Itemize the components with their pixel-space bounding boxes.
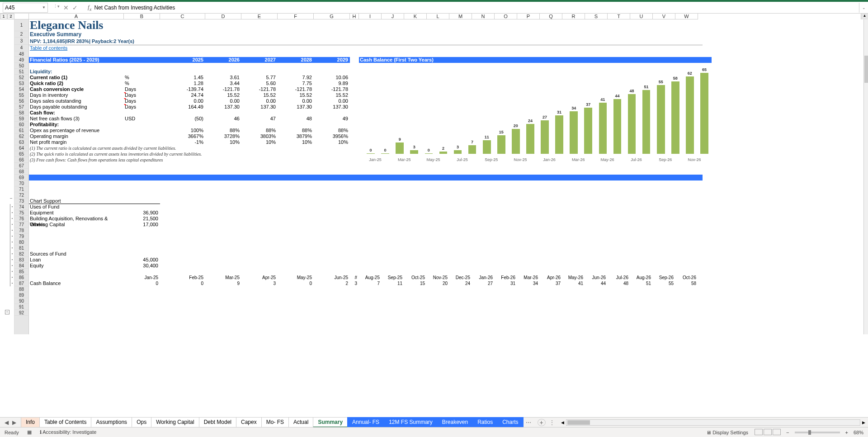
vertical-scrollbar[interactable] <box>863 19 868 334</box>
zoom-out-icon[interactable]: − <box>786 430 789 435</box>
outline-gutter[interactable]: − <box>0 19 14 334</box>
row-header[interactable]: 63 <box>14 139 28 145</box>
col-header[interactable]: P <box>517 14 540 19</box>
row-header[interactable]: 49 <box>14 57 28 63</box>
tab-prev-icon[interactable]: ◀ <box>5 419 9 426</box>
tab-capex[interactable]: Capex <box>236 417 262 428</box>
col-header[interactable]: R <box>562 14 585 19</box>
new-sheet-button[interactable]: + <box>538 419 546 426</box>
row-header[interactable]: 77 <box>14 222 28 228</box>
tab-next-icon[interactable]: ▶ <box>12 419 16 426</box>
row-header[interactable]: 85 <box>14 269 28 275</box>
col-header[interactable]: M <box>449 14 472 19</box>
col-header[interactable]: S <box>585 14 608 19</box>
hscroll-thumb[interactable] <box>567 420 590 425</box>
col-header[interactable]: V <box>653 14 675 19</box>
zoom-slider[interactable] <box>795 432 840 433</box>
row-header[interactable]: 73 <box>14 198 28 204</box>
tab-table-of-contents[interactable]: Table of Contents <box>39 417 91 428</box>
row-header[interactable]: 52 <box>14 75 28 81</box>
outline-controls[interactable]: 1 2 <box>0 14 14 19</box>
row-header[interactable]: 48 <box>14 51 28 57</box>
row-header[interactable]: 78 <box>14 228 28 233</box>
outline-level-1[interactable]: 1 <box>0 14 7 19</box>
col-header[interactable]: N <box>472 14 495 19</box>
row-header[interactable]: 76 <box>14 216 28 222</box>
row-header[interactable]: 58 <box>14 110 28 116</box>
col-header[interactable]: L <box>427 14 449 19</box>
col-header[interactable]: C <box>160 14 205 19</box>
col-header[interactable]: E <box>241 14 278 19</box>
row-header[interactable]: 84 <box>14 263 28 269</box>
cells-area[interactable]: Elegance NailsExecutive SummaryNPV: 1,18… <box>29 19 868 334</box>
row-header[interactable]: 4 <box>14 45 28 51</box>
row-header[interactable]: 64 <box>14 145 28 151</box>
tab-annual-fs[interactable]: Annual- FS <box>347 417 384 428</box>
row-header[interactable]: 67 <box>14 163 28 169</box>
dropdown-icon[interactable]: ⋮▾ <box>53 4 60 11</box>
row-header[interactable]: 90 <box>14 298 28 304</box>
row-header[interactable]: 2 <box>14 31 28 38</box>
tab-ops[interactable]: Ops <box>132 417 151 428</box>
row-header[interactable]: 66 <box>14 157 28 163</box>
tab-charts[interactable]: Charts <box>497 417 523 428</box>
col-header[interactable]: Q <box>540 14 562 19</box>
row-header[interactable]: 55 <box>14 92 28 98</box>
row-header[interactable]: 79 <box>14 233 28 239</box>
col-header[interactable]: I <box>359 14 382 19</box>
cancel-icon[interactable]: ✕ <box>63 4 69 11</box>
col-header[interactable]: K <box>404 14 427 19</box>
row-header[interactable]: 83 <box>14 257 28 263</box>
row-header[interactable]: 65 <box>14 151 28 157</box>
col-header[interactable]: W <box>675 14 698 19</box>
col-header[interactable]: U <box>630 14 653 19</box>
outline-level-2[interactable]: 2 <box>7 14 14 19</box>
row-header[interactable]: 86 <box>14 275 28 280</box>
row-header[interactable]: 50 <box>14 63 28 69</box>
row-header[interactable]: 72 <box>14 192 28 198</box>
row-header[interactable]: 74 <box>14 204 28 210</box>
enter-icon[interactable]: ✓ <box>72 4 78 11</box>
tab-actual[interactable]: Actual <box>288 417 313 428</box>
tab-summary[interactable]: Summary <box>313 417 348 428</box>
row-header[interactable]: 53 <box>14 81 28 86</box>
scroll-right-icon[interactable]: ▶ <box>862 420 865 425</box>
col-header[interactable]: G <box>314 14 350 19</box>
row-header[interactable]: 88 <box>14 286 28 292</box>
macro-icon[interactable]: ▦ <box>27 429 32 435</box>
formula-input[interactable] <box>94 3 859 13</box>
row-header[interactable]: 3 <box>14 38 28 45</box>
tab-12m-fs-summary[interactable]: 12M FS Summary <box>384 417 438 428</box>
zoom-in-icon[interactable]: + <box>845 430 848 435</box>
scroll-thumb[interactable] <box>864 56 868 83</box>
display-settings[interactable]: 🖥 Display Settings <box>706 430 748 435</box>
row-header[interactable]: 54 <box>14 86 28 92</box>
tab-more-icon[interactable]: ⋯ <box>523 419 534 426</box>
expand-formula-icon[interactable]: ⌄ <box>859 3 868 13</box>
row-header[interactable]: 87 <box>14 280 28 286</box>
tab-debt-model[interactable]: Debt Model <box>199 417 236 428</box>
row-header[interactable]: 57 <box>14 104 28 110</box>
row-header[interactable]: 51 <box>14 69 28 75</box>
toc-link[interactable]: Table of contents <box>29 45 119 51</box>
horizontal-scrollbar[interactable]: ◀ ▶ <box>558 419 868 426</box>
row-header[interactable]: 59 <box>14 116 28 122</box>
row-header[interactable]: 62 <box>14 133 28 139</box>
row-header[interactable]: 75 <box>14 210 28 216</box>
collapse-group-icon[interactable]: − <box>5 310 9 314</box>
col-header[interactable]: O <box>495 14 517 19</box>
row-header[interactable]: 71 <box>14 186 28 192</box>
row-header[interactable]: 81 <box>14 245 28 251</box>
tab-ratios[interactable]: Ratios <box>472 417 498 428</box>
tab-split-icon[interactable]: ⋮ <box>546 419 558 426</box>
fx-icon[interactable]: fx <box>82 4 94 12</box>
row-header[interactable]: 56 <box>14 98 28 104</box>
tab-assumptions[interactable]: Assumptions <box>91 417 132 428</box>
row-header[interactable]: 68 <box>14 169 28 175</box>
col-header[interactable]: H <box>350 14 359 19</box>
col-header[interactable] <box>14 14 29 19</box>
col-header[interactable]: T <box>608 14 630 19</box>
tab-info[interactable]: Info <box>21 417 40 428</box>
row-header[interactable]: 69 <box>14 175 28 180</box>
row-header[interactable]: 61 <box>14 128 28 133</box>
